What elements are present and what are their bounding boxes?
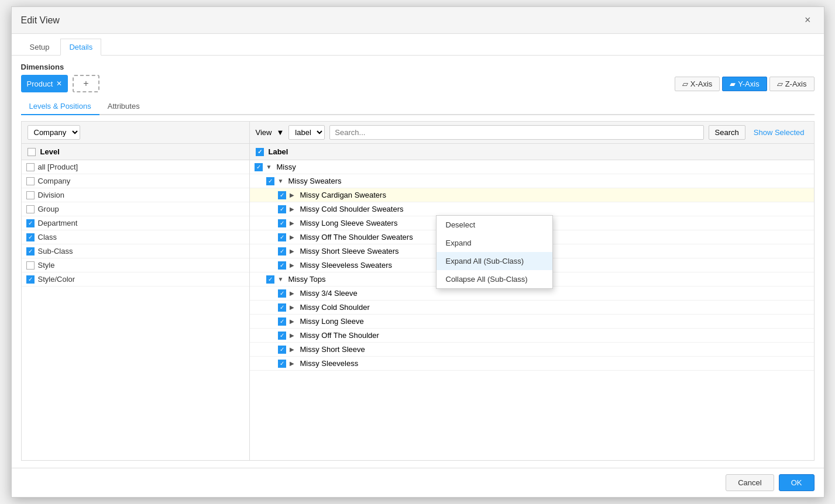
- item-checkbox[interactable]: [26, 261, 35, 270]
- context-menu-item-expand-all[interactable]: Expand All (Sub-Class): [437, 252, 552, 270]
- sub-tab-levels[interactable]: Levels & Positions: [21, 98, 99, 115]
- list-item[interactable]: ▶Missy Long Sleeve: [250, 315, 814, 329]
- item-checkbox[interactable]: [278, 205, 286, 213]
- expand-icon[interactable]: ▶: [290, 290, 297, 296]
- context-menu-item-collapse-all[interactable]: Collapse All (Sub-Class): [437, 270, 552, 288]
- x-axis-button[interactable]: ▱ X-Axis: [675, 77, 720, 91]
- cancel-button[interactable]: Cancel: [726, 474, 774, 491]
- y-axis-label: Y-Axis: [738, 80, 759, 88]
- close-button[interactable]: ×: [801, 13, 815, 27]
- product-tag[interactable]: Product ✕: [21, 75, 68, 92]
- item-checkbox[interactable]: [255, 163, 263, 171]
- select-all-checkbox-right[interactable]: [256, 148, 264, 156]
- item-checkbox[interactable]: [278, 289, 286, 298]
- list-item[interactable]: Style: [22, 258, 249, 272]
- expand-icon[interactable]: ▼: [266, 164, 273, 170]
- list-item[interactable]: Class: [22, 230, 249, 244]
- item-label: Class: [38, 233, 245, 241]
- list-item[interactable]: Company: [22, 174, 249, 188]
- item-label: Missy Cardigan Sweaters: [300, 191, 386, 199]
- view-type-dropdown[interactable]: label: [288, 125, 325, 140]
- item-checkbox[interactable]: [278, 191, 286, 199]
- dialog-title: Edit View: [21, 15, 60, 26]
- list-item[interactable]: ▶Missy Short Sleeve: [250, 343, 814, 357]
- item-checkbox[interactable]: [278, 346, 286, 354]
- context-menu-item-deselect[interactable]: Deselect: [437, 216, 552, 234]
- item-label: Missy: [277, 163, 296, 171]
- item-label: Missy Off The Shoulder Sweaters: [300, 233, 413, 241]
- dialog-footer: Cancel OK: [12, 468, 824, 497]
- expand-icon[interactable]: ▶: [290, 192, 297, 198]
- list-item[interactable]: ▼Missy Sweaters: [250, 174, 814, 188]
- expand-icon[interactable]: ▶: [290, 206, 297, 212]
- expand-icon[interactable]: ▶: [290, 234, 297, 240]
- expand-icon[interactable]: ▶: [290, 346, 297, 353]
- expand-icon[interactable]: ▶: [290, 360, 297, 367]
- item-checkbox[interactable]: [266, 275, 274, 284]
- z-axis-button[interactable]: ▱ Z-Axis: [769, 77, 815, 91]
- dimensions-row: Product ✕ + ▱ X-Axis ▰ Y-Axis ▱: [21, 75, 815, 92]
- dimension-tags: Product ✕ +: [21, 75, 99, 92]
- left-column-header: Level: [22, 144, 249, 160]
- list-item[interactable]: ▶Missy Sleeveless: [250, 357, 814, 371]
- item-checkbox[interactable]: [266, 177, 274, 185]
- item-checkbox[interactable]: [278, 219, 286, 227]
- sub-tab-attributes[interactable]: Attributes: [99, 98, 148, 115]
- y-axis-button[interactable]: ▰ Y-Axis: [722, 77, 767, 91]
- tab-details[interactable]: Details: [60, 39, 101, 56]
- list-item[interactable]: ▶Missy Cardigan Sweaters: [250, 188, 814, 202]
- show-selected-button[interactable]: Show Selected: [750, 126, 808, 139]
- list-item[interactable]: Style/Color: [22, 272, 249, 286]
- item-label: Style/Color: [38, 275, 245, 284]
- main-content: Company Level all [Product]CompanyDivisi…: [21, 121, 815, 461]
- tab-setup[interactable]: Setup: [21, 39, 59, 55]
- item-checkbox[interactable]: [26, 233, 35, 241]
- item-checkbox[interactable]: [26, 177, 35, 185]
- dimensions-section: Dimensions Product ✕ + ▱ X-Axis ▰: [21, 63, 815, 92]
- expand-icon[interactable]: ▶: [290, 262, 297, 268]
- item-checkbox[interactable]: [278, 247, 286, 256]
- item-checkbox[interactable]: [278, 317, 286, 326]
- list-item[interactable]: Department: [22, 216, 249, 230]
- expand-icon[interactable]: ▶: [290, 220, 297, 226]
- search-input[interactable]: [329, 125, 703, 140]
- remove-tag-icon[interactable]: ✕: [56, 80, 62, 88]
- list-item[interactable]: Group: [22, 202, 249, 216]
- list-item[interactable]: all [Product]: [22, 160, 249, 174]
- item-checkbox[interactable]: [278, 332, 286, 340]
- item-checkbox[interactable]: [26, 247, 35, 256]
- item-label: Missy Short Sleeve: [300, 345, 365, 354]
- ok-button[interactable]: OK: [779, 474, 815, 491]
- item-checkbox[interactable]: [26, 275, 35, 284]
- expand-icon[interactable]: ▶: [290, 318, 297, 325]
- item-checkbox[interactable]: [26, 191, 35, 199]
- item-checkbox[interactable]: [278, 303, 286, 312]
- context-menu-item-expand[interactable]: Expand: [437, 234, 552, 252]
- expand-icon[interactable]: ▶: [290, 332, 297, 339]
- item-checkbox[interactable]: [26, 163, 35, 171]
- item-label: Missy Long Sleeve Sweaters: [300, 219, 398, 227]
- left-panel-header: Company: [22, 122, 249, 144]
- list-item[interactable]: Division: [22, 188, 249, 202]
- item-checkbox[interactable]: [278, 233, 286, 241]
- company-dropdown[interactable]: Company: [28, 125, 80, 140]
- expand-icon[interactable]: ▼: [278, 178, 285, 184]
- item-checkbox[interactable]: [278, 360, 286, 368]
- expand-icon[interactable]: ▶: [290, 304, 297, 310]
- item-label: Missy Sleeveless: [300, 359, 359, 368]
- select-all-checkbox-left[interactable]: [28, 148, 36, 156]
- search-button[interactable]: Search: [709, 125, 745, 140]
- list-item[interactable]: Sub-Class: [22, 244, 249, 258]
- list-item[interactable]: ▼Missy: [250, 160, 814, 174]
- list-item[interactable]: ▶Missy Cold Shoulder: [250, 301, 814, 315]
- expand-icon[interactable]: ▶: [290, 248, 297, 254]
- expand-icon[interactable]: ▼: [278, 276, 285, 282]
- sub-tabs: Levels & Positions Attributes: [21, 98, 815, 115]
- item-checkbox[interactable]: [278, 261, 286, 270]
- item-checkbox[interactable]: [26, 205, 35, 213]
- right-panel-header: View ▼ label Search Show Selected: [250, 122, 814, 144]
- list-item[interactable]: ▶Missy Off The Shoulder: [250, 329, 814, 343]
- item-checkbox[interactable]: [26, 219, 35, 227]
- list-item[interactable]: ▶Missy Cold Shoulder Sweaters: [250, 202, 814, 216]
- add-dimension-button[interactable]: +: [73, 75, 99, 92]
